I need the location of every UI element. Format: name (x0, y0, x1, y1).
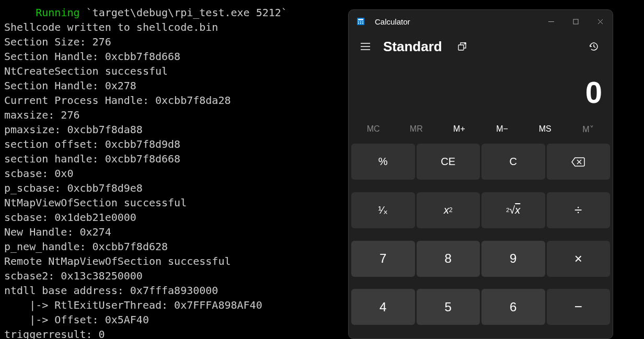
window-controls (539, 10, 613, 33)
eight-key[interactable]: 8 (417, 241, 480, 277)
memory-store-button[interactable]: MS (524, 119, 567, 139)
titlebar[interactable]: Calculator (349, 10, 613, 33)
terminal-output: Running `target\debug\rpi_test.exe 5212`… (0, 0, 345, 339)
terminal-line: Section Size: 276 (4, 36, 111, 48)
terminal-line: maxsize: 276 (4, 109, 80, 121)
backspace-key[interactable] (547, 144, 611, 180)
five-key[interactable]: 5 (417, 289, 480, 325)
svg-rect-7 (362, 23, 363, 24)
reciprocal-key[interactable]: ¹⁄ₓ (351, 192, 415, 228)
svg-rect-4 (362, 21, 363, 22)
mode-title: Standard (383, 39, 442, 55)
keypad: % CE C ¹⁄ₓ x2 2√x ÷ 7 8 9 × 4 5 6 − (349, 144, 613, 338)
terminal-line: New Handle: 0x274 (4, 226, 111, 238)
terminal-line: Section Handle: 0x278 (4, 79, 136, 92)
history-button[interactable] (583, 36, 604, 57)
terminal-line: scbase: 0x0 (4, 167, 73, 180)
memory-row: MC MR M+ M− MS M˅ (349, 119, 613, 144)
nine-key[interactable]: 9 (481, 241, 545, 277)
four-key[interactable]: 4 (351, 289, 415, 325)
svg-rect-3 (360, 21, 361, 22)
clear-key[interactable]: C (481, 144, 545, 180)
menu-button[interactable] (355, 36, 376, 57)
terminal-line: |-> Offset: 0x5AF40 (4, 313, 149, 326)
terminal-line: scbase: 0x1deb21e0000 (4, 211, 136, 224)
sqrt-key[interactable]: 2√x (481, 192, 545, 228)
multiply-key[interactable]: × (547, 241, 611, 277)
terminal-line: Section Handle: 0xcbb7f8d668 (4, 50, 180, 63)
terminal-line: section offset: 0xcbb7f8d9d8 (4, 138, 180, 150)
terminal-line: pmaxsize: 0xcbb7f8da88 (4, 123, 143, 136)
terminal-line: p_new_handle: 0xcbb7f8d628 (4, 240, 168, 253)
maximize-button[interactable] (564, 10, 588, 33)
memory-recall-button[interactable]: MR (395, 119, 438, 139)
running-command: `target\debug\rpi_test.exe 5212` (86, 6, 288, 19)
minus-key[interactable]: − (547, 289, 611, 325)
terminal-line: ntdll base address: 0x7fffa8930000 (4, 284, 218, 297)
calculator-header: Standard (349, 33, 613, 62)
terminal-line: Remote NtMapViewOfSection successful (4, 255, 231, 267)
terminal-line: Current Process Handle: 0xcbb7f8da28 (4, 94, 231, 107)
seven-key[interactable]: 7 (351, 241, 415, 277)
svg-rect-5 (358, 23, 359, 24)
memory-minus-button[interactable]: M− (481, 119, 524, 139)
running-label: Running (36, 6, 79, 19)
terminal-line: NtCreateSection successful (4, 65, 168, 77)
close-button[interactable] (588, 10, 613, 33)
terminal-line: Shellcode written to shellcode.bin (4, 21, 218, 33)
terminal-line: Running `target\debug\rpi_test.exe 5212` (4, 6, 288, 19)
clear-entry-key[interactable]: CE (417, 144, 480, 180)
window-title: Calculator (375, 17, 539, 26)
svg-rect-6 (360, 23, 361, 24)
terminal-line: NtMapViewOfSection successful (4, 196, 187, 209)
terminal-line: triggerresult: 0 (4, 328, 105, 339)
terminal-line: p_scbase: 0xcbb7f8d9e8 (4, 182, 143, 194)
memory-plus-button[interactable]: M+ (438, 119, 480, 139)
terminal-line: |-> RtlExitUserThread: 0x7FFFA898AF40 (4, 299, 262, 311)
svg-rect-1 (358, 19, 363, 20)
svg-rect-9 (458, 45, 464, 50)
percent-key[interactable]: % (351, 144, 415, 180)
square-key[interactable]: x2 (417, 192, 480, 228)
terminal-line: section handle: 0xcbb7f8d668 (4, 153, 180, 165)
calculator-icon (356, 17, 365, 26)
calculator-window: Calculator Standard 0 MC MR M+ (348, 9, 613, 339)
memory-list-button[interactable]: M˅ (567, 119, 610, 139)
svg-rect-2 (358, 21, 359, 22)
keep-on-top-button[interactable] (453, 37, 472, 56)
minimize-button[interactable] (539, 10, 564, 33)
six-key[interactable]: 6 (481, 289, 545, 325)
divide-key[interactable]: ÷ (547, 192, 611, 228)
svg-rect-8 (573, 19, 578, 24)
terminal-line: scbase2: 0x13c38250000 (4, 270, 143, 282)
memory-clear-button[interactable]: MC (352, 119, 395, 139)
display: 0 (349, 62, 613, 119)
